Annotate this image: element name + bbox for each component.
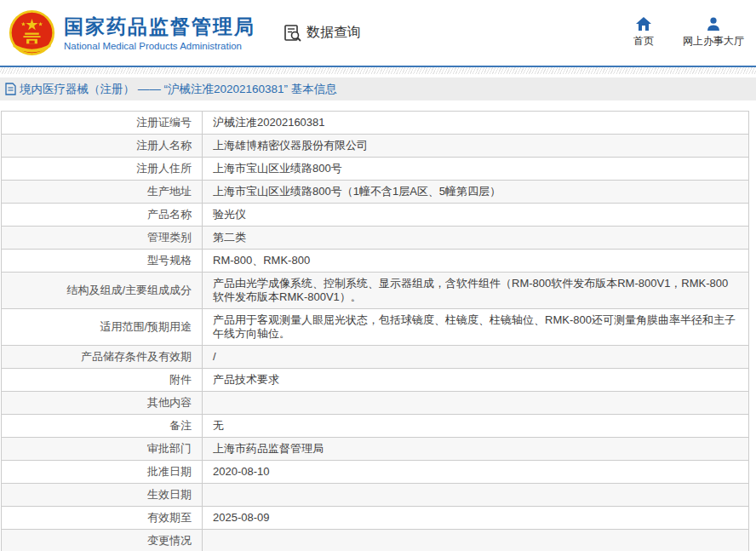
row-value: 2025-08-09 — [203, 507, 749, 530]
table-row: 有效期至2025-08-09 — [2, 507, 749, 530]
site-header: 国家药品监督管理局 National Medical Products Admi… — [0, 0, 756, 67]
row-label: 变更情况 — [2, 530, 203, 551]
row-label: 审批部门 — [2, 438, 203, 461]
table-row: 其他内容 — [2, 392, 749, 415]
row-value — [203, 392, 749, 415]
row-value: 上海市宝山区业绩路800号 — [203, 158, 749, 181]
row-label: 附件 — [2, 369, 203, 392]
row-label: 管理类别 — [2, 227, 203, 250]
row-value: 产品用于客观测量人眼屈光状态，包括球镜度、柱镜度、柱镜轴位、RMK-800还可测… — [203, 309, 749, 346]
row-label: 产品名称 — [2, 204, 203, 227]
user-icon — [707, 17, 720, 31]
nav-service-hall-label: 网上办事大厅 — [683, 34, 744, 49]
header-hatch-divider — [0, 67, 756, 74]
table-row: 备注无 — [2, 415, 749, 438]
document-icon — [5, 83, 16, 95]
org-title-block: 国家药品监督管理局 National Medical Products Admi… — [64, 15, 255, 51]
org-name-cn: 国家药品监督管理局 — [64, 15, 255, 37]
row-label: 注册人住所 — [2, 158, 203, 181]
nav-home-label: 首页 — [633, 34, 654, 49]
table-row: 产品储存条件及有效期/ — [2, 346, 749, 369]
table-row: 注册人住所上海市宝山区业绩路800号 — [2, 158, 749, 181]
home-icon — [636, 17, 651, 31]
row-label: 适用范围/预期用途 — [2, 309, 203, 346]
row-value: 产品技术要求 — [203, 369, 749, 392]
table-row: 变更情况 — [2, 530, 749, 551]
table-row: 适用范围/预期用途产品用于客观测量人眼屈光状态，包括球镜度、柱镜度、柱镜轴位、R… — [2, 309, 749, 346]
row-value: 验光仪 — [203, 204, 749, 227]
national-emblem-logo — [9, 9, 55, 56]
table-row: 生产地址上海市宝山区业绩路800号（1幢不含1层A区、5幢第四层） — [2, 181, 749, 204]
data-query-section[interactable]: 数据查询 — [283, 23, 361, 43]
row-value: 上海市药品监督管理局 — [203, 438, 749, 461]
row-label: 结构及组成/主要组成成分 — [2, 273, 203, 309]
header-nav: 首页 网上办事大厅 — [633, 17, 744, 49]
row-value: / — [203, 346, 749, 369]
data-query-label: 数据查询 — [306, 24, 361, 42]
row-label: 注册人名称 — [2, 135, 203, 158]
nav-item-home[interactable]: 首页 — [633, 17, 654, 49]
table-row: 结构及组成/主要组成成分产品由光学成像系统、控制系统、显示器组成，含软件组件（R… — [2, 273, 749, 309]
row-label: 批准日期 — [2, 461, 203, 484]
row-value — [203, 484, 749, 507]
table-row: 管理类别第二类 — [2, 227, 749, 250]
row-label: 生产地址 — [2, 181, 203, 204]
row-label: 备注 — [2, 415, 203, 438]
org-name-en: National Medical Products Administration — [64, 41, 255, 51]
table-row: 型号规格RM-800、RMK-800 — [2, 250, 749, 273]
page-title: 境内医疗器械（注册） —— “沪械注准20202160381” 基本信息 — [20, 82, 337, 97]
page-title-bar: 境内医疗器械（注册） —— “沪械注准20202160381” 基本信息 — [0, 77, 756, 100]
table-row: 生效日期 — [2, 484, 749, 507]
row-value: 无 — [203, 415, 749, 438]
row-value — [203, 530, 749, 551]
table-row: 产品名称验光仪 — [2, 204, 749, 227]
row-value: 第二类 — [203, 227, 749, 250]
row-value: 产品由光学成像系统、控制系统、显示器组成，含软件组件（RM-800软件发布版本R… — [203, 273, 749, 309]
row-label: 型号规格 — [2, 250, 203, 273]
nav-item-service-hall[interactable]: 网上办事大厅 — [683, 17, 744, 49]
table-row: 批准日期2020-08-10 — [2, 461, 749, 484]
row-value: 上海雄博精密仪器股份有限公司 — [203, 135, 749, 158]
data-query-icon — [283, 23, 303, 43]
row-value: 上海市宝山区业绩路800号（1幢不含1层A区、5幢第四层） — [203, 181, 749, 204]
row-label: 生效日期 — [2, 484, 203, 507]
table-row: 审批部门上海市药品监督管理局 — [2, 438, 749, 461]
table-row: 注册证编号沪械注准20202160381 — [2, 112, 749, 135]
row-label: 其他内容 — [2, 392, 203, 415]
row-value: 沪械注准20202160381 — [203, 112, 749, 135]
table-row: 附件产品技术要求 — [2, 369, 749, 392]
row-label: 注册证编号 — [2, 112, 203, 135]
row-value: 2020-08-10 — [203, 461, 749, 484]
table-row: 注册人名称上海雄博精密仪器股份有限公司 — [2, 135, 749, 158]
info-table: 注册证编号沪械注准20202160381注册人名称上海雄博精密仪器股份有限公司注… — [1, 111, 749, 551]
row-label: 产品储存条件及有效期 — [2, 346, 203, 369]
registration-info: 注册证编号沪械注准20202160381注册人名称上海雄博精密仪器股份有限公司注… — [1, 111, 749, 551]
info-table-body: 注册证编号沪械注准20202160381注册人名称上海雄博精密仪器股份有限公司注… — [2, 112, 749, 551]
row-value: RM-800、RMK-800 — [203, 250, 749, 273]
row-label: 有效期至 — [2, 507, 203, 530]
